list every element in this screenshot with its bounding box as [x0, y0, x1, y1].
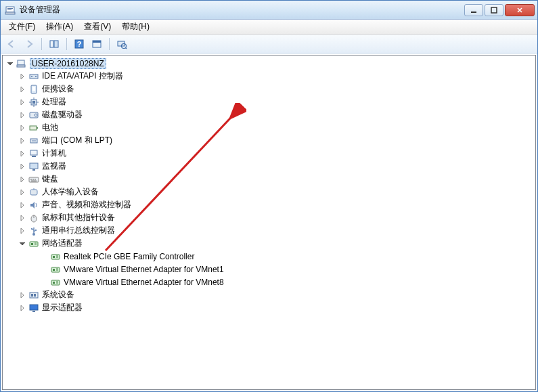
computerRoot-icon	[16, 58, 27, 69]
tree-node[interactable]: 通用串行总线控制器	[3, 224, 535, 237]
close-button[interactable]	[505, 4, 535, 16]
expand-icon[interactable]	[18, 72, 27, 81]
titlebar[interactable]: 设备管理器	[1, 1, 537, 20]
tree-node-label: 鼠标和其他指针设备	[42, 212, 115, 223]
maximize-button[interactable]	[485, 4, 503, 16]
disk-icon	[28, 110, 39, 121]
menu-file[interactable]: 文件(F)	[3, 20, 41, 34]
back-button[interactable]	[3, 37, 20, 51]
expand-icon[interactable]	[18, 149, 27, 158]
svg-rect-45	[31, 180, 37, 181]
network-icon	[50, 264, 61, 275]
help-button[interactable]: ?	[71, 37, 87, 51]
expand-icon[interactable]	[18, 85, 27, 94]
tree-node-label: 便携设备	[42, 83, 74, 95]
ide-icon	[28, 71, 39, 82]
expand-icon[interactable]	[18, 110, 27, 120]
tree-node-label: Realtek PCIe GBE Family Controller	[64, 252, 194, 261]
tree-node[interactable]: 声音、视频和游戏控制器	[3, 198, 535, 211]
svg-rect-46	[30, 190, 37, 195]
svg-rect-5	[491, 7, 497, 13]
minimize-button[interactable]	[464, 4, 483, 16]
svg-rect-59	[53, 256, 55, 258]
expand-icon[interactable]	[18, 290, 27, 300]
collapse-icon[interactable]	[18, 239, 27, 248]
tree-node-label: 计算机	[42, 148, 66, 159]
forward-button[interactable]	[21, 37, 37, 51]
portable-icon	[28, 84, 39, 95]
svg-rect-72	[34, 294, 36, 297]
menu-action[interactable]: 操作(A)	[41, 20, 79, 34]
tree-node[interactable]: 计算机	[3, 147, 535, 160]
tree-node-label: IDE ATA/ATAPI 控制器	[42, 70, 123, 82]
svg-point-35	[33, 140, 35, 141]
svg-rect-62	[51, 267, 60, 272]
tree-node[interactable]: 网络适配器	[3, 237, 535, 250]
tree-node[interactable]: USER-20161028NZ	[3, 57, 535, 70]
tree-node[interactable]: 监视器	[3, 160, 535, 173]
svg-rect-16	[18, 60, 24, 65]
tree-node-label: 声音、视频和游戏控制器	[42, 199, 131, 211]
svg-rect-40	[32, 169, 35, 171]
svg-rect-18	[30, 74, 38, 79]
tree-node[interactable]: 人体学输入设备	[3, 186, 535, 198]
device-tree[interactable]: USER-20161028NZIDE ATA/ATAPI 控制器便携设备处理器磁…	[2, 55, 536, 390]
svg-rect-42	[30, 179, 32, 180]
properties-button[interactable]	[89, 37, 105, 51]
expand-icon[interactable]	[18, 213, 27, 223]
tree-node[interactable]: 鼠标和其他指针设备	[3, 211, 535, 224]
tree-node[interactable]: Realtek PCIe GBE Family Controller	[3, 250, 535, 263]
tree-node[interactable]: 电池	[3, 121, 535, 134]
tree-node[interactable]: VMware Virtual Ethernet Adapter for VMne…	[3, 276, 535, 288]
tree-node-label: 网络适配器	[42, 238, 83, 249]
tree-node[interactable]: IDE ATA/ATAPI 控制器	[3, 70, 535, 83]
tree-node[interactable]: 系统设备	[3, 288, 535, 301]
menu-help[interactable]: 帮助(H)	[116, 20, 155, 34]
show-hide-console-tree-button[interactable]	[46, 37, 62, 51]
svg-point-19	[31, 76, 32, 77]
svg-point-34	[32, 140, 33, 141]
svg-rect-31	[30, 126, 37, 130]
svg-rect-58	[51, 255, 60, 259]
tree-node-label: VMware Virtual Ethernet Adapter for VMne…	[64, 265, 224, 274]
svg-rect-67	[53, 282, 55, 284]
monitor-icon	[28, 161, 39, 172]
tree-node[interactable]: VMware Virtual Ethernet Adapter for VMne…	[3, 263, 535, 276]
tree-node-label: 电池	[42, 122, 58, 133]
svg-rect-11	[93, 41, 101, 43]
expand-icon[interactable]	[18, 226, 27, 236]
tree-node[interactable]: 键盘	[3, 173, 535, 186]
tree-node[interactable]: 端口 (COM 和 LPT)	[3, 134, 535, 147]
svg-rect-2	[7, 9, 12, 10]
mouse-icon	[28, 213, 39, 223]
tree-node-label: 监视器	[42, 160, 66, 172]
tree-node-label: 人体学输入设备	[42, 186, 99, 198]
expand-icon[interactable]	[18, 188, 27, 197]
toolbar-separator	[109, 38, 110, 50]
tree-node[interactable]: 便携设备	[3, 83, 535, 95]
tree-node[interactable]: 显示适配器	[3, 301, 535, 314]
expand-icon[interactable]	[18, 200, 27, 210]
svg-rect-24	[32, 101, 35, 104]
expand-icon[interactable]	[18, 303, 27, 313]
cpu-icon	[28, 97, 39, 108]
menu-view[interactable]: 查看(V)	[79, 20, 116, 34]
scan-hardware-button[interactable]	[114, 37, 130, 51]
expand-icon[interactable]	[18, 175, 27, 184]
tree-node[interactable]: 处理器	[3, 95, 535, 108]
svg-rect-74	[32, 311, 35, 312]
tree-node-label: 通用串行总线控制器	[42, 225, 115, 236]
expand-icon[interactable]	[18, 97, 27, 107]
tree-node[interactable]: 磁盘驱动器	[3, 108, 535, 121]
expand-icon[interactable]	[18, 123, 27, 133]
svg-rect-32	[37, 127, 38, 129]
expand-icon[interactable]	[18, 162, 27, 171]
toolbar: ?	[1, 35, 537, 53]
svg-rect-17	[17, 65, 25, 67]
network-icon	[28, 238, 39, 249]
system-icon	[28, 290, 39, 301]
expand-icon[interactable]	[18, 136, 27, 146]
svg-text:?: ?	[77, 40, 82, 48]
svg-rect-55	[31, 243, 33, 245]
collapse-icon[interactable]	[5, 59, 15, 68]
